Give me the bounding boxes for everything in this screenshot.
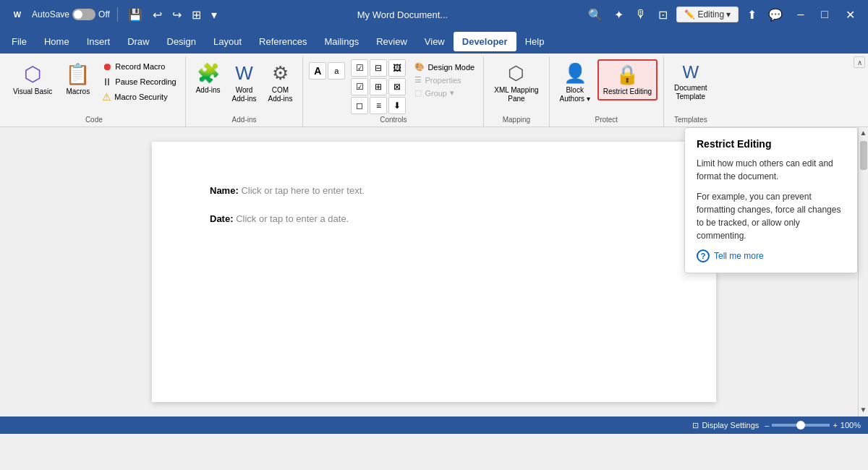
present-icon[interactable]: ⊡ [655, 7, 671, 23]
editing-button[interactable]: ✏️ Editing ▾ [676, 7, 739, 22]
tooltip-body2: For example, you can prevent formatting … [697, 190, 846, 242]
xml-mapping-button[interactable]: ⬡ XML MappingPane [490, 59, 542, 106]
addins-icon: 🧩 [197, 62, 220, 85]
macros-button[interactable]: 📋 Macros [61, 59, 95, 99]
macro-security-button[interactable]: ⚠ Macro Security [99, 90, 179, 104]
customize-icon[interactable]: ▾ [208, 7, 220, 23]
ctrl-8[interactable]: ≡ [370, 97, 387, 114]
save-icon[interactable]: 💾 [125, 7, 145, 23]
zoom-level-label: 100% [841, 421, 861, 430]
menu-references[interactable]: References [250, 32, 315, 51]
table-icon[interactable]: ⊞ [189, 7, 204, 23]
dictate-icon[interactable]: 🎙 [632, 7, 650, 22]
controls-grid: ☑ ⊟ 🖼 ☑ ⊞ ⊠ ◻ ≡ ⬇ [351, 59, 406, 114]
record-macro-button[interactable]: ⏺ Record Macro [99, 59, 179, 74]
ctrl-6[interactable]: ⊠ [388, 78, 406, 95]
zoom-slider[interactable] [772, 424, 830, 427]
security-icon: ⚠ [102, 91, 111, 103]
menu-home[interactable]: Home [35, 32, 78, 51]
tooltip-link-label: Tell me more [714, 251, 764, 261]
name-label: Name: [210, 185, 239, 196]
document-page: Name: Click or tap here to enter text. D… [152, 142, 716, 402]
pause-recording-label: Pause Recording [115, 77, 176, 86]
menu-help[interactable]: Help [516, 32, 553, 51]
design-mode-button[interactable]: 🎨 Design Mode [412, 61, 477, 73]
mapping-group-label: Mapping [490, 114, 542, 127]
text-small-button[interactable]: a [328, 62, 345, 80]
ctrl-2[interactable]: ⊟ [370, 59, 387, 77]
zoom-plus-button[interactable]: + [833, 421, 837, 430]
text-size-row: A a [309, 62, 345, 80]
tooltip-body1: Limit how much others can edit and forma… [697, 157, 846, 183]
date-placeholder[interactable]: Click or tap to enter a date. [236, 213, 349, 224]
autosave-toggle[interactable] [72, 9, 95, 20]
menu-draw[interactable]: Draw [119, 32, 158, 51]
scroll-thumb[interactable] [860, 141, 867, 170]
menu-review[interactable]: Review [367, 32, 416, 51]
ctrl-4[interactable]: ☑ [351, 78, 368, 95]
menu-insert[interactable]: Insert [78, 32, 119, 51]
ctrl-9[interactable]: ⬇ [388, 97, 406, 114]
block-authors-button[interactable]: 👤 BlockAuthors ▾ [556, 59, 595, 106]
record-icon: ⏺ [102, 61, 112, 72]
restrict-editing-button[interactable]: 🔒 Restrict Editing [597, 59, 658, 101]
ribbon-group-controls: A a ☑ ⊟ 🖼 ☑ ⊞ ⊠ ◻ ≡ ⬇ [303, 56, 484, 127]
help-circle-icon: ? [697, 249, 710, 262]
group-button[interactable]: ⬚ Group ▾ [412, 87, 477, 99]
share-icon[interactable]: ⬆ [744, 7, 760, 23]
zoom-minus-button[interactable]: – [765, 421, 769, 430]
copilot-icon[interactable]: ✦ [611, 7, 626, 23]
block-authors-label: BlockAuthors ▾ [560, 86, 590, 103]
ribbon-group-mapping: ⬡ XML MappingPane Mapping [484, 56, 549, 127]
vertical-scrollbar[interactable]: ▲ ▼ [858, 127, 868, 416]
editing-label: ✏️ Editing ▾ [684, 9, 731, 20]
ctrl-3[interactable]: 🖼 [388, 59, 406, 77]
name-placeholder[interactable]: Click or tap here to enter text. [241, 185, 365, 196]
display-settings-area[interactable]: ⊡ Display Settings [692, 421, 759, 430]
scroll-up-arrow[interactable]: ▲ [859, 127, 868, 138]
maximize-button[interactable]: □ [815, 5, 834, 24]
addins-button[interactable]: 🧩 Add-ins [192, 59, 225, 98]
visual-basic-button[interactable]: ⬡ Visual Basic [9, 59, 56, 99]
document-template-button[interactable]: W DocumentTemplate [670, 59, 712, 104]
undo-icon[interactable]: ↩ [150, 7, 165, 23]
block-authors-icon: 👤 [563, 62, 587, 85]
ribbon-collapse-button[interactable]: ∧ [854, 56, 865, 68]
menu-developer[interactable]: Developer [454, 32, 516, 51]
record-macro-label: Record Macro [115, 62, 165, 71]
ctrl-1[interactable]: ☑ [351, 59, 368, 77]
minimize-button[interactable]: – [791, 5, 809, 24]
protect-group-content: 👤 BlockAuthors ▾ 🔒 Restrict Editing [556, 59, 658, 114]
comments-icon[interactable]: 💬 [765, 7, 786, 23]
ctrl-7[interactable]: ◻ [351, 97, 368, 114]
macros-label: Macros [66, 87, 90, 96]
name-field: Name: Click or tap here to enter text. [210, 185, 658, 196]
com-addins-button[interactable]: ⚙ COMAdd-ins [264, 59, 297, 106]
autosave-label: AutoSave [32, 9, 69, 20]
close-button[interactable]: ✕ [840, 5, 861, 25]
code-small-buttons: ⏺ Record Macro ⏸ Pause Recording ⚠ Macro… [99, 59, 179, 104]
scroll-down-arrow[interactable]: ▼ [859, 404, 868, 415]
menu-layout[interactable]: Layout [205, 32, 250, 51]
menu-file[interactable]: File [3, 32, 35, 51]
tooltip-link[interactable]: ? Tell me more [697, 249, 846, 262]
title-bar: W AutoSave Off 💾 ↩ ↪ ⊞ ▾ My Word Documen… [0, 0, 868, 29]
pause-icon: ⏸ [102, 76, 112, 87]
ctrl-5[interactable]: ⊞ [370, 78, 387, 95]
search-icon[interactable]: 🔍 [585, 7, 605, 23]
menu-design[interactable]: Design [158, 32, 205, 51]
group-dropdown-icon: ▾ [450, 88, 454, 98]
templates-group-label: Templates [670, 114, 712, 127]
menu-view[interactable]: View [416, 32, 454, 51]
properties-button[interactable]: ☰ Properties [412, 74, 477, 86]
properties-label: Properties [425, 76, 461, 85]
menu-mailings[interactable]: Mailings [316, 32, 368, 51]
zoom-controls: – + 100% [765, 421, 861, 430]
text-large-button[interactable]: A [309, 62, 326, 80]
redo-icon[interactable]: ↪ [169, 7, 184, 23]
document-template-label: DocumentTemplate [674, 84, 707, 101]
pause-recording-button[interactable]: ⏸ Pause Recording [99, 74, 179, 89]
doc-title: My Word Document... [357, 9, 448, 20]
word-addins-button[interactable]: W WordAdd-ins [228, 59, 261, 106]
ribbon-group-templates: W DocumentTemplate Templates [664, 56, 718, 127]
